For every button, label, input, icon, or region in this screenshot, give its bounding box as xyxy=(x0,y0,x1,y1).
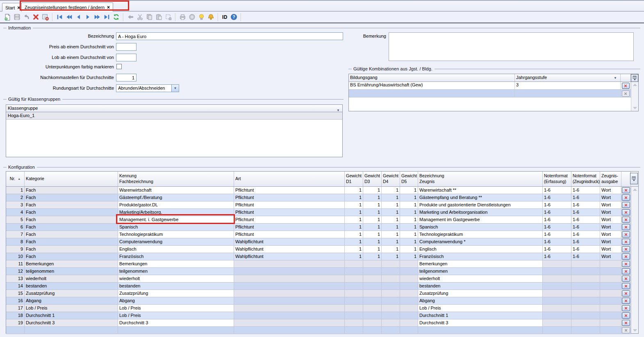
cell-art[interactable]: Pflichtunt xyxy=(234,201,345,209)
table-row[interactable]: 10 Fach Französisch Wahlpflichtunt 1 1 1… xyxy=(6,253,631,260)
cell-gewicht-d3[interactable]: 1 xyxy=(363,201,382,209)
cell-gewicht-d1[interactable] xyxy=(345,312,363,319)
cell-bezeichnung-zeugnis[interactable]: Durchschnitt 3 xyxy=(418,319,543,327)
cell-zeugnisausgabe[interactable] xyxy=(600,275,621,283)
cell-gewicht-d1[interactable]: 1 xyxy=(345,209,363,216)
cell-kennung[interactable]: Bemerkungen xyxy=(118,260,234,268)
col-header-art[interactable]: Art xyxy=(234,172,345,186)
delete-row-button[interactable]: × xyxy=(622,320,630,326)
cell-gewicht-d5[interactable]: 1 xyxy=(400,187,418,194)
cell-bezeichnung-zeugnis[interactable]: Bemerkungen xyxy=(418,260,543,268)
cell-notenformat-zeugnisdruck[interactable]: 1-6 xyxy=(571,209,600,216)
cell-art[interactable]: Wahlpflichtunt xyxy=(234,246,345,253)
table-row[interactable]: 12 teilgenommen teilgenommen teilgenomme… xyxy=(6,268,631,275)
new-row-placeholder[interactable]: × xyxy=(6,327,631,334)
cell-zeugnisausgabe[interactable] xyxy=(600,327,621,334)
cell-art[interactable]: Pflichtunt xyxy=(234,231,345,238)
cell-notenformat-zeugnisdruck[interactable]: 1-6 xyxy=(571,187,600,194)
cell-gewicht-d1[interactable] xyxy=(345,327,363,334)
cell-zeugnisausgabe[interactable] xyxy=(600,319,621,327)
cell-gewicht-d5[interactable] xyxy=(400,312,418,319)
cell-art[interactable]: Wahlpflichtunt xyxy=(234,238,345,246)
cell-notenformat-erfassung[interactable] xyxy=(543,260,571,268)
cell-notenformat-zeugnisdruck[interactable] xyxy=(571,283,600,290)
col-header-bezeichnung-zeugnis[interactable]: BezeichnungZeugnis xyxy=(418,172,543,186)
cell-art[interactable]: Wahlpflichtunt xyxy=(234,253,345,260)
chevron-down-icon[interactable]: ▼ xyxy=(171,85,179,92)
cell-notenformat-erfassung[interactable] xyxy=(543,275,571,283)
table-row[interactable]: 2 Fach Gästeempf./Beratung Pflichtunt 1 … xyxy=(6,194,631,201)
cell-bezeichnung-zeugnis[interactable]: Gästeempfang und Beratung ** xyxy=(418,194,543,201)
cell-zeugnisausgabe[interactable]: Wort xyxy=(600,253,621,260)
table-row[interactable]: 9 Fach Englisch Wahlpflichtunt 1 1 1 1 E… xyxy=(6,246,631,253)
delete-row-button[interactable]: × xyxy=(622,83,630,89)
delete-row-button[interactable]: × xyxy=(622,209,630,215)
cell-kennung[interactable] xyxy=(118,327,234,334)
cell-kennung[interactable]: Lob / Preis xyxy=(118,305,234,312)
cell-gewicht-d4[interactable]: 1 xyxy=(382,253,400,260)
table-row[interactable]: 3 Fach Produkte/gastor.DL Pflichtunt 1 1… xyxy=(6,201,631,209)
cell-bezeichnung-zeugnis[interactable]: Abgang xyxy=(418,297,543,305)
cell-bezeichnung-zeugnis[interactable]: teilgenommen xyxy=(418,268,543,275)
bemerkung-textarea[interactable] xyxy=(389,32,634,61)
copy-button[interactable] xyxy=(145,13,154,21)
cell-zeugnisausgabe[interactable] xyxy=(600,283,621,290)
cell-gewicht-d3[interactable]: 1 xyxy=(363,187,382,194)
cell-art[interactable] xyxy=(234,312,345,319)
column-chooser-button[interactable] xyxy=(631,74,638,82)
cell-gewicht-d4[interactable] xyxy=(382,268,400,275)
cell-notenformat-zeugnisdruck[interactable]: 1-6 xyxy=(571,238,600,246)
cell-bezeichnung-zeugnis[interactable]: Lob / Preis xyxy=(418,305,543,312)
cell-kennung[interactable]: bestanden xyxy=(118,283,234,290)
cell-gewicht-d1[interactable]: 1 xyxy=(345,231,363,238)
cell-notenformat-erfassung[interactable] xyxy=(543,305,571,312)
cell-art[interactable] xyxy=(234,305,345,312)
cell-notenformat-zeugnisdruck[interactable] xyxy=(571,327,600,334)
delete-row-button[interactable]: × xyxy=(622,312,630,319)
cell-notenformat-zeugnisdruck[interactable]: 1-6 xyxy=(571,194,600,201)
col-header-gewicht-d3[interactable]: GewichtD3 xyxy=(363,172,382,186)
cell-gewicht-d4[interactable]: 1 xyxy=(382,216,400,224)
cell-notenformat-erfassung[interactable]: 1-6 xyxy=(543,209,571,216)
klassengruppen-header[interactable]: Klassengruppe ▼ xyxy=(6,105,342,112)
print-button[interactable] xyxy=(178,13,187,21)
cell-gewicht-d1[interactable] xyxy=(345,290,363,297)
cell-kennung[interactable]: Französisch xyxy=(118,253,234,260)
rundungsart-select[interactable]: Abrunden/Abschneiden ▼ xyxy=(116,84,179,92)
cell-gewicht-d1[interactable] xyxy=(345,275,363,283)
cell-gewicht-d1[interactable] xyxy=(345,319,363,327)
cell-kennung[interactable]: Englisch xyxy=(118,246,234,253)
cell-gewicht-d4[interactable]: 1 xyxy=(382,246,400,253)
cell-gewicht-d1[interactable]: 1 xyxy=(345,201,363,209)
cell-kennung[interactable]: Management. i. Gastgewerbe xyxy=(118,216,234,224)
hint-bulb-button[interactable] xyxy=(197,13,206,21)
cell-notenformat-erfassung[interactable]: 1-6 xyxy=(543,224,571,231)
cell-gewicht-d4[interactable]: 1 xyxy=(382,238,400,246)
cell-notenformat-zeugnisdruck[interactable] xyxy=(571,297,600,305)
cell-gewicht-d4[interactable] xyxy=(382,275,400,283)
cell-gewicht-d4[interactable] xyxy=(382,290,400,297)
tab-start[interactable]: Start × xyxy=(2,3,23,12)
delete-record-button[interactable] xyxy=(32,13,40,21)
cell-jahrgangsstufe[interactable]: 3 xyxy=(515,82,621,89)
cell-gewicht-d3[interactable]: 1 xyxy=(363,246,382,253)
cell-art[interactable]: Pflichtunt xyxy=(234,224,345,231)
id-toggle-button[interactable]: ID xyxy=(221,14,229,20)
table-row[interactable]: 19 Durchschnitt 3 Durchschnitt 3 Durchsc… xyxy=(6,319,631,327)
cell-zeugnisausgabe[interactable]: Wort xyxy=(600,209,621,216)
col-header-gewicht-d1[interactable]: GewichtD1 xyxy=(345,172,363,186)
cell-notenformat-zeugnisdruck[interactable]: 1-6 xyxy=(571,224,600,231)
cell-gewicht-d3[interactable] xyxy=(363,283,382,290)
filter-arrow-icon[interactable]: ▼ xyxy=(337,107,340,114)
cell-gewicht-d5[interactable] xyxy=(400,297,418,305)
cell-gewicht-d3[interactable] xyxy=(363,319,382,327)
cell-gewicht-d4[interactable]: 1 xyxy=(382,201,400,209)
cell-kennung[interactable]: Produkte/gastor.DL xyxy=(118,201,234,209)
cell-bezeichnung-zeugnis[interactable]: Spanisch xyxy=(418,224,543,231)
table-row[interactable]: 14 bestanden bestanden bestanden × xyxy=(6,283,631,290)
cell-gewicht-d1[interactable] xyxy=(345,260,363,268)
cell-notenformat-zeugnisdruck[interactable]: 1-6 xyxy=(571,216,600,224)
notification-bell-button[interactable] xyxy=(207,13,215,21)
cell-gewicht-d3[interactable] xyxy=(363,297,382,305)
table-row[interactable]: 17 Lob / Preis Lob / Preis Lob / Preis × xyxy=(6,305,631,312)
